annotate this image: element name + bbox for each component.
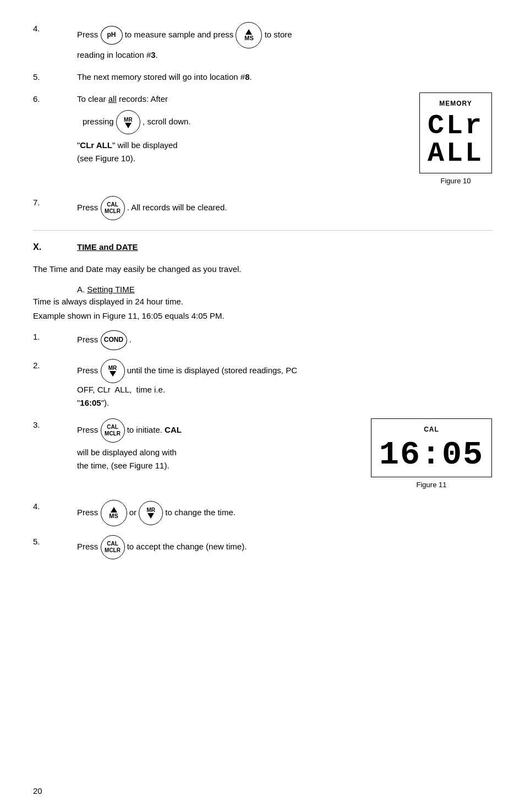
step3-left: Press CAL MCLR to initiate. CAL will be … (77, 418, 343, 472)
cal-label-3: CAL (107, 424, 118, 430)
step-number-6: 6. (33, 92, 77, 103)
cal-bold-3: CAL (165, 425, 182, 434)
cal-mclr-button-5[interactable]: CAL MCLR (101, 535, 125, 559)
page-number: 20 (33, 786, 42, 795)
cal-mclr-button-7[interactable]: CAL MCLR (101, 196, 125, 220)
triangle-up-icon-4 (111, 507, 117, 513)
time-bold: 16:05 (80, 398, 101, 407)
step-7: 7. Press CAL MCLR . All records will be … (33, 196, 492, 220)
mclr-label-3: MCLR (105, 430, 121, 437)
mclr-label-5: MCLR (105, 547, 121, 554)
step-5-time-num: 5. (33, 535, 77, 546)
triangle-down-icon-4 (147, 513, 154, 519)
step3-two-col: Press CAL MCLR to initiate. CAL will be … (77, 418, 492, 491)
step-2-time: 2. Press MR until the time is displayed … (33, 359, 492, 410)
step-number-5: 5. (33, 70, 77, 81)
cond-label: COND (104, 335, 123, 345)
step-1-num: 1. (33, 330, 77, 341)
step-number-4-top: 4. (33, 22, 77, 33)
all-underline: all (108, 94, 117, 103)
step3-figure: CAL 16:05 Figure 11 (354, 418, 492, 491)
ms-label: MS (244, 35, 254, 41)
ms-label-4: MS (109, 513, 118, 519)
separator (33, 230, 492, 231)
figure-11-label: Figure 11 (417, 479, 447, 491)
triangle-down-icon-2 (110, 371, 116, 377)
mr-label-4: MR (146, 507, 155, 513)
mr-down-button-4[interactable]: MR (139, 501, 163, 525)
step-body-4-top: Press pH to measure sample and press MS … (77, 22, 492, 62)
step-1-time: 1. Press COND . (33, 330, 492, 350)
figure-11-box: CAL 16:05 (371, 418, 492, 477)
ms-button-top[interactable]: MS (236, 22, 262, 48)
step-5-time-body: Press CAL MCLR to accept the change (new… (77, 535, 492, 559)
step3-line2: will be displayed along with (77, 446, 343, 459)
section-x-intro: The Time and Date may easily be changed … (33, 263, 492, 276)
cal-mclr-button-3[interactable]: CAL MCLR (101, 418, 125, 443)
step-4-time-body: Press MS or MR to change the time. (77, 500, 492, 526)
step-3-num: 3. (33, 418, 77, 429)
step-2-num: 2. (33, 359, 77, 370)
cal-label-5: CAL (107, 541, 118, 547)
step6-figure: MEMORY CLrALL Figure 10 (403, 92, 492, 187)
step6-clr-text: "CLr ALL" will be displayed (77, 139, 392, 152)
step-6: 6. To clear all records: After pressing … (33, 92, 492, 187)
section-x-label: X. (33, 241, 77, 252)
mr-down-button-6[interactable]: MR (116, 110, 140, 134)
step-4-top: 4. Press pH to measure sample and press … (33, 22, 492, 62)
sub-a-line2: Example shown in Figure 11, 16:05 equals… (33, 309, 492, 323)
step6-left: To clear all records: After pressing MR … (77, 92, 392, 165)
ph-label: pH (107, 30, 116, 40)
figure-11-title: CAL (379, 424, 484, 435)
step1-after: . (129, 335, 132, 344)
step-3-body: Press CAL MCLR to initiate. CAL will be … (77, 418, 492, 491)
step4-line2: reading in location #3. (77, 50, 158, 59)
location-8: 8 (245, 72, 249, 81)
step-3-time: 3. Press CAL MCLR to initiate. CAL will … (33, 418, 492, 491)
sub-heading-a-row: A. Setting TIME (77, 285, 492, 294)
clr-all-display: CLrALL (428, 112, 484, 167)
section-x-title-text: TIME and DATE (77, 242, 138, 252)
mclr-label-7: MCLR (105, 208, 121, 215)
step6-fig-ref: (see Figure 10). (77, 152, 392, 165)
triangle-up-icon (245, 29, 252, 35)
step4-text-after: to store (265, 30, 292, 39)
figure-10-label: Figure 10 (441, 176, 471, 187)
triangle-down-icon-6 (125, 123, 132, 128)
step-body-7: Press CAL MCLR . All records will be cle… (77, 196, 492, 220)
time-display-11: 16:05 (379, 438, 484, 471)
sub-a-label: A. (77, 285, 87, 294)
step4-text-before: Press (77, 30, 98, 39)
step4-text-middle: to measure sample and press (125, 30, 236, 39)
ph-button[interactable]: pH (101, 26, 123, 45)
figure-10-title: MEMORY (428, 99, 484, 109)
step6-two-col: To clear all records: After pressing MR … (77, 92, 492, 187)
step-5-time: 5. Press CAL MCLR to accept the change (… (33, 535, 492, 559)
step-4-time: 4. Press MS or MR to change the time. (33, 500, 492, 526)
sub-a-title: Setting TIME (87, 285, 134, 294)
location-3: 3 (151, 50, 155, 59)
clr-all-bold: CLr ALL (80, 140, 112, 150)
figure-10-box: MEMORY CLrALL (419, 92, 492, 173)
step3-line3: the time, (see Figure 11). (77, 459, 343, 472)
sub-a-line1: Time is always displayed in 24 hour time… (33, 295, 492, 308)
step-2-body: Press MR until the time is displayed (st… (77, 359, 492, 410)
step-1-body: Press COND . (77, 330, 492, 350)
step-number-7: 7. (33, 196, 77, 207)
step6-line1: To clear all records: After (77, 92, 392, 106)
section-x-heading-row: X. TIME and DATE (33, 241, 492, 254)
step3-line1: Press CAL MCLR to initiate. CAL (77, 418, 343, 443)
cond-button[interactable]: COND (101, 330, 127, 350)
ms-button-4[interactable]: MS (101, 500, 127, 526)
step-body-5: The next memory stored will go into loca… (77, 70, 492, 84)
mr-down-button-2[interactable]: MR (101, 359, 125, 383)
step-4-time-num: 4. (33, 500, 77, 511)
step-body-6: To clear all records: After pressing MR … (77, 92, 492, 187)
cal-label-7: CAL (107, 201, 118, 208)
mr-label-2: MR (108, 365, 117, 371)
mr-label-6: MR (124, 117, 133, 123)
section-x-title: TIME and DATE (77, 241, 492, 254)
step6-pressing: pressing MR , scroll down. (83, 110, 392, 134)
step-5: 5. The next memory stored will go into l… (33, 70, 492, 84)
